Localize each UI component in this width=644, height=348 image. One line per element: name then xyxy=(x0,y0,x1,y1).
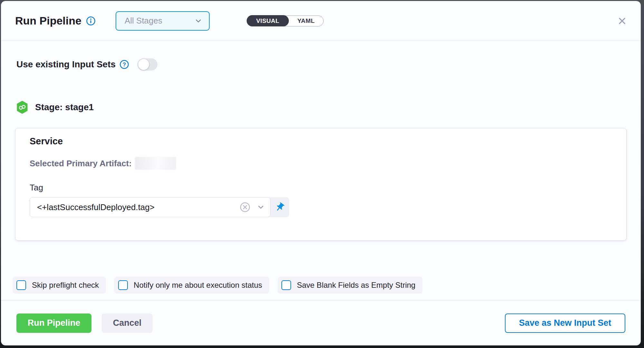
svg-text:?: ? xyxy=(123,62,126,68)
close-button[interactable] xyxy=(615,14,629,28)
stage-hexagon-icon xyxy=(16,101,29,114)
skip-preflight-checkbox[interactable] xyxy=(16,280,26,290)
tag-input-box xyxy=(30,197,270,217)
option-skip-preflight: Skip preflight check xyxy=(13,277,106,294)
clear-icon[interactable] xyxy=(239,201,251,213)
tag-input-group xyxy=(30,197,289,217)
notify-only-me-checkbox[interactable] xyxy=(118,280,128,290)
selected-primary-artifact-label: Selected Primary Artifact: xyxy=(30,159,132,169)
option-notify-only-me: Notify only me about execution status xyxy=(114,277,269,294)
stage-row: Stage: stage1 xyxy=(16,101,627,114)
run-pipeline-button[interactable]: Run Pipeline xyxy=(16,314,91,333)
option-save-blank-fields: Save Blank Fields as Empty String xyxy=(278,277,422,294)
option-label: Save Blank Fields as Empty String xyxy=(297,281,415,290)
pushpin-icon xyxy=(275,202,285,212)
save-as-new-input-set-button[interactable]: Save as New Input Set xyxy=(505,314,625,333)
toggle-knob xyxy=(138,59,149,70)
execution-options-row: Skip preflight check Notify only me abou… xyxy=(13,277,627,294)
selected-primary-artifact-row: Selected Primary Artifact: xyxy=(30,157,612,170)
view-mode-toggle: VISUAL YAML xyxy=(247,15,324,26)
tab-yaml[interactable]: YAML xyxy=(289,16,324,26)
modal-body: Use existing Input Sets ? xyxy=(1,41,641,300)
save-blank-fields-checkbox[interactable] xyxy=(281,280,291,290)
tag-input[interactable] xyxy=(37,202,239,212)
service-card: Service Selected Primary Artifact: Tag xyxy=(15,128,627,241)
page-backdrop: Run Pipeline All Stages VISUAL YAML xyxy=(0,0,644,348)
pin-button[interactable] xyxy=(270,197,289,217)
input-sets-toggle[interactable] xyxy=(137,58,157,71)
option-label: Skip preflight check xyxy=(32,281,99,290)
tab-visual[interactable]: VISUAL xyxy=(247,15,289,26)
option-label: Notify only me about execution status xyxy=(134,281,262,290)
stage-selector-value: All Stages xyxy=(125,16,194,26)
help-icon[interactable]: ? xyxy=(119,60,129,69)
chevron-down-icon[interactable] xyxy=(257,203,265,211)
stage-selector-dropdown[interactable]: All Stages xyxy=(116,11,210,31)
use-existing-input-sets-row: Use existing Input Sets ? xyxy=(16,58,627,71)
tag-label: Tag xyxy=(30,183,612,193)
modal-header: Run Pipeline All Stages VISUAL YAML xyxy=(1,1,641,41)
modal-footer: Run Pipeline Cancel Save as New Input Se… xyxy=(1,300,641,345)
artifact-value-redacted xyxy=(135,157,176,170)
info-icon[interactable] xyxy=(86,16,96,26)
chevron-down-icon xyxy=(194,17,203,25)
modal-title: Run Pipeline xyxy=(15,15,81,27)
service-card-title: Service xyxy=(30,136,612,147)
run-pipeline-modal: Run Pipeline All Stages VISUAL YAML xyxy=(1,1,641,345)
use-existing-input-sets-label: Use existing Input Sets xyxy=(16,59,116,70)
cancel-button[interactable]: Cancel xyxy=(102,314,153,333)
stage-heading: Stage: stage1 xyxy=(35,102,94,112)
